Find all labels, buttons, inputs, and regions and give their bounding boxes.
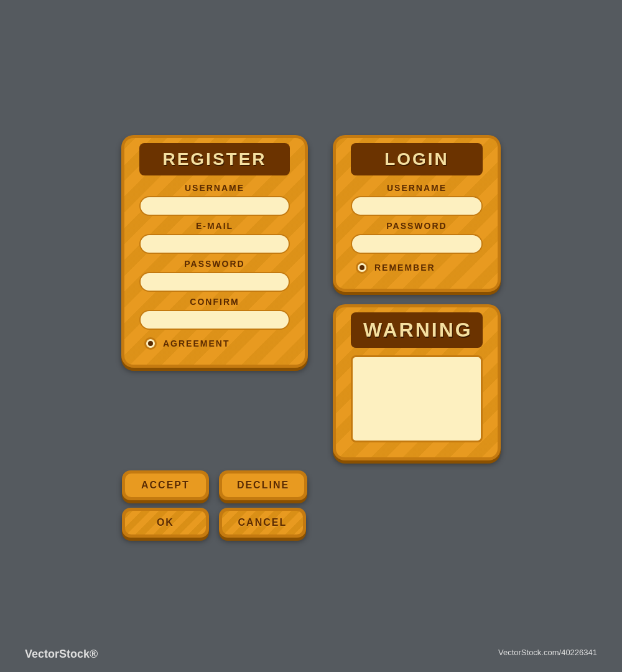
remember-radio[interactable]: [356, 261, 368, 274]
login-username-input[interactable]: [351, 196, 483, 216]
ok-button-outer[interactable]: OK: [122, 508, 209, 538]
watermark: VectorStock® VectorStock.com/40226341: [0, 648, 622, 661]
warning-title-bar: WARNING: [351, 312, 483, 348]
decline-label: DECLINE: [237, 480, 289, 490]
right-column: LOGIN USERNAME PASSWORD REMEMBER: [333, 135, 501, 460]
buttons-row-2: OK CANCEL: [122, 508, 306, 538]
login-title: LOGIN: [363, 149, 470, 169]
register-username-input[interactable]: [139, 196, 290, 216]
login-title-bar: LOGIN: [351, 143, 483, 175]
login-password-input[interactable]: [351, 234, 483, 254]
login-remember-row: REMEMBER: [351, 261, 483, 274]
login-form: LOGIN USERNAME PASSWORD REMEMBER: [341, 143, 493, 284]
accept-label: ACCEPT: [141, 480, 190, 490]
main-content: REGISTER USERNAME E-MAIL PASSWORD CONFIR…: [0, 110, 622, 562]
remember-radio-dot: [360, 265, 364, 270]
login-username-label: USERNAME: [351, 183, 483, 193]
agreement-label: AGREEMENT: [163, 338, 230, 348]
warning-panel: WARNING: [333, 304, 501, 460]
remember-label: REMEMBER: [374, 263, 435, 273]
warning-form: WARNING: [341, 312, 493, 452]
ok-label: OK: [157, 517, 174, 528]
watermark-left: VectorStock®: [25, 648, 98, 661]
register-confirm-label: CONFIRM: [139, 297, 290, 307]
cancel-button-inner: CANCEL: [222, 511, 303, 534]
login-password-label: PASSWORD: [351, 221, 483, 231]
accept-button-inner: ACCEPT: [125, 474, 206, 497]
buttons-section: ACCEPT DECLINE OK CANC: [122, 470, 307, 538]
agreement-radio-dot: [148, 341, 153, 346]
register-password-input[interactable]: [139, 272, 290, 292]
cancel-label: CANCEL: [238, 517, 287, 528]
cancel-button-outer[interactable]: CANCEL: [219, 508, 306, 538]
register-title-bar: REGISTER: [139, 143, 290, 175]
register-email-input[interactable]: [139, 234, 290, 254]
buttons-row-1: ACCEPT DECLINE: [122, 470, 307, 500]
register-form: REGISTER USERNAME E-MAIL PASSWORD CONFIR…: [129, 143, 300, 360]
register-username-label: USERNAME: [139, 183, 290, 193]
watermark-right: VectorStock.com/40226341: [498, 648, 597, 661]
register-confirm-input[interactable]: [139, 310, 290, 330]
decline-button-outer[interactable]: DECLINE: [219, 470, 307, 500]
accept-button-outer[interactable]: ACCEPT: [122, 470, 209, 500]
warning-content-area: [351, 355, 483, 442]
register-email-label: E-MAIL: [139, 221, 290, 231]
bottom-area: ACCEPT DECLINE OK CANC: [37, 470, 585, 538]
login-panel: LOGIN USERNAME PASSWORD REMEMBER: [333, 135, 501, 292]
register-title: REGISTER: [152, 149, 277, 169]
register-password-label: PASSWORD: [139, 259, 290, 269]
register-panel: REGISTER USERNAME E-MAIL PASSWORD CONFIR…: [121, 135, 308, 368]
register-agreement-row: AGREEMENT: [139, 337, 290, 350]
ok-button-inner: OK: [125, 511, 206, 534]
agreement-radio[interactable]: [144, 337, 157, 350]
warning-title: WARNING: [363, 319, 470, 342]
top-row: REGISTER USERNAME E-MAIL PASSWORD CONFIR…: [37, 135, 585, 460]
decline-button-inner: DECLINE: [222, 474, 304, 497]
